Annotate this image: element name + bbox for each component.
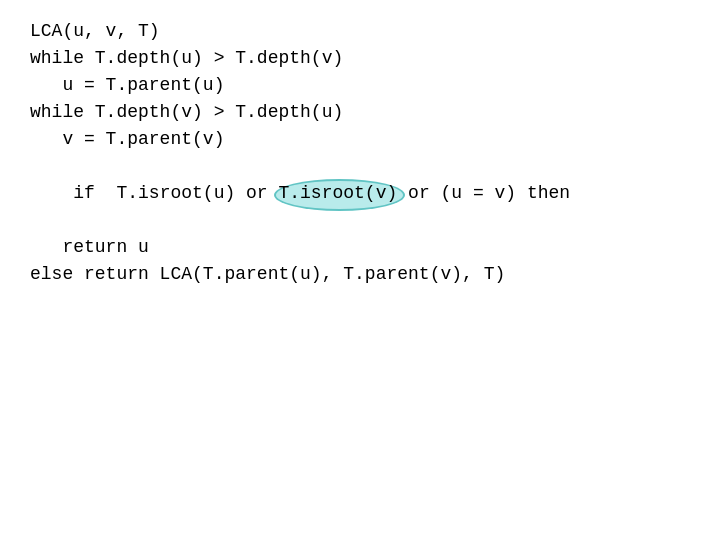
code-line-7: return u [30,234,690,261]
code-line-5: v = T.parent(v) [30,126,690,153]
code-line-6-part2: or (u = v) then [397,183,570,203]
highlighted-isroot: T.isroot(v) [278,183,397,203]
code-line-8: else return LCA(T.parent(u), T.parent(v)… [30,261,690,288]
code-line-1: LCA(u, v, T) [30,18,690,45]
code-line-3: u = T.parent(u) [30,72,690,99]
code-line-6-part1: if T.isroot(u) or [73,183,278,203]
code-line-6: if T.isroot(u) or T.isroot(v) or (u = v)… [30,153,690,234]
code-line-2: while T.depth(u) > T.depth(v) [30,45,690,72]
code-block: LCA(u, v, T) while T.depth(u) > T.depth(… [0,0,720,306]
code-line-4: while T.depth(v) > T.depth(u) [30,99,690,126]
